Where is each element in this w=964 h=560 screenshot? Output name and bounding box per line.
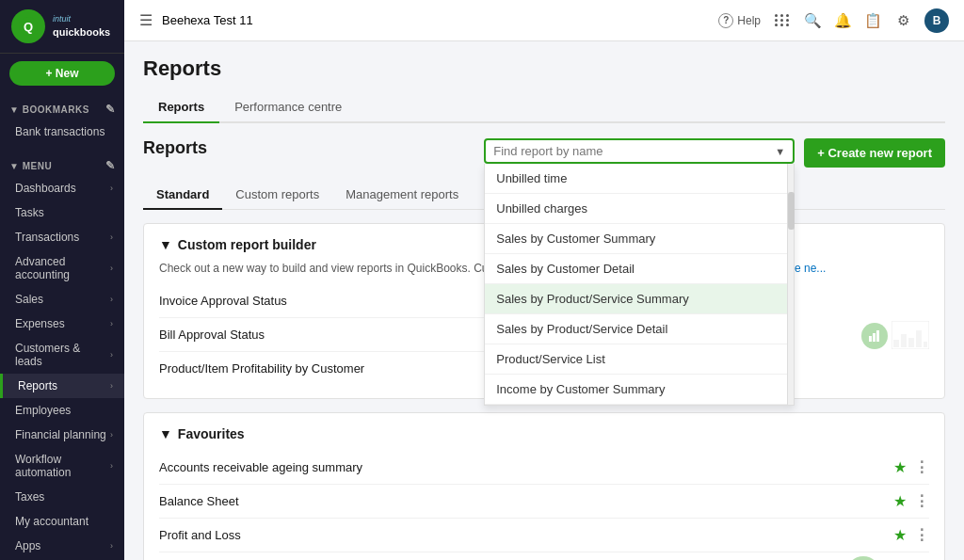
dropdown-item[interactable]: Sales by Customer Summary	[485, 224, 794, 254]
topbar-right: ? Help 🔍 🔔 📋 ⚙ B	[718, 8, 949, 33]
search-container: ▼ Unbilled time Unbilled charges Sales b…	[484, 138, 795, 164]
new-button[interactable]: + New	[9, 61, 115, 86]
sidebar-item-apps[interactable]: Apps ›	[0, 534, 124, 558]
sidebar-item-tasks[interactable]: Tasks	[0, 200, 124, 225]
more-options-icon[interactable]: ⋮	[914, 458, 929, 476]
favourites-label: Favourites	[178, 426, 245, 441]
report-tab-custom[interactable]: Custom reports	[222, 181, 332, 210]
tab-reports[interactable]: Reports	[143, 92, 219, 123]
chevron-icon: ›	[110, 295, 113, 304]
collapse-icon: ▼	[159, 426, 172, 441]
dropdown-arrow-icon[interactable]: ▼	[775, 146, 785, 157]
create-new-report-button[interactable]: + Create new report	[804, 138, 945, 168]
transactions-label: Transactions	[15, 231, 79, 244]
sidebar-item-expenses[interactable]: Expenses ›	[0, 312, 124, 336]
search-input[interactable]	[493, 144, 775, 158]
dropdown-item[interactable]: Product/Service List	[485, 344, 794, 375]
notification-bell-icon[interactable]: 🔔	[834, 12, 851, 29]
advanced-accounting-label: Advanced accounting	[15, 255, 110, 281]
sales-label: Sales	[15, 293, 43, 306]
dropdown-item[interactable]: Income by Customer Summary	[485, 375, 794, 405]
dashboards-label: Dashboards	[15, 182, 76, 195]
sidebar-item-customers-leads[interactable]: Customers & leads ›	[0, 336, 124, 374]
sidebar-item-workflow-automation[interactable]: Workflow automation ›	[0, 447, 124, 485]
star-icon[interactable]: ★	[893, 458, 907, 476]
sidebar-section-menu: ▼ MENU ✎ Dashboards › Tasks Transactions…	[0, 150, 124, 560]
apps-grid-icon[interactable]	[774, 12, 791, 29]
report-item-label: Product/Item Profitability by Customer	[159, 361, 364, 376]
reports-heading: Reports	[143, 138, 207, 158]
dropdown-item[interactable]: Sales by Customer Detail	[485, 254, 794, 284]
sidebar-item-employees[interactable]: Employees	[0, 398, 124, 423]
report-item-label: Bill Approval Status	[159, 328, 265, 342]
sidebar-item-advanced-accounting[interactable]: Advanced accounting ›	[0, 249, 124, 287]
report-item-actions: ★ ⋮	[893, 526, 929, 544]
sidebar-item-taxes[interactable]: Taxes	[0, 485, 124, 509]
brand-name: intuit quickbooks	[53, 14, 110, 39]
custom-report-builder-label: Custom report builder	[178, 237, 316, 252]
bank-transactions-label: Bank transactions	[15, 125, 104, 138]
svg-text:Q: Q	[24, 20, 33, 34]
dropdown-item[interactable]: Unbilled time	[485, 164, 794, 194]
quickbooks-logo: Q	[11, 9, 45, 43]
search-dropdown: Unbilled time Unbilled charges Sales by …	[484, 164, 795, 406]
collapse-icon: ▼	[159, 237, 172, 252]
chevron-icon: ›	[110, 232, 113, 242]
star-icon[interactable]: ★	[893, 526, 907, 544]
chevron-icon: ›	[110, 184, 113, 193]
menu-header[interactable]: ▼ MENU ✎	[0, 155, 124, 176]
hamburger-icon[interactable]: ☰	[139, 11, 153, 29]
menu-edit-icon[interactable]: ✎	[105, 159, 116, 172]
sidebar-header: Q intuit quickbooks	[0, 0, 124, 54]
report-list-item: Invoice Approval Status ⋮	[159, 284, 535, 318]
svg-rect-3	[869, 336, 872, 342]
favourites-title[interactable]: ▼ Favourites	[159, 426, 929, 441]
more-options-icon[interactable]: ⋮	[914, 492, 929, 510]
help-button[interactable]: ? Help	[718, 13, 761, 28]
bookmarks-edit-icon[interactable]: ✎	[105, 103, 116, 116]
report-item-label: Balance Sheet	[159, 494, 239, 508]
chevron-icon: ›	[110, 461, 113, 471]
report-list-item: Bill Approval Status ⋮	[159, 318, 535, 352]
report-tab-management[interactable]: Management reports	[332, 181, 472, 210]
tab-performance-centre[interactable]: Performance centre	[219, 92, 357, 123]
more-options-icon[interactable]: ⋮	[914, 526, 929, 544]
topbar: ☰ Beehexa Test 11 ? Help 🔍 🔔 📋 ⚙ B	[124, 0, 964, 41]
chevron-icon: ›	[110, 264, 113, 273]
page-content: Reports Reports Performance centre Repor…	[124, 41, 964, 560]
svg-rect-5	[876, 330, 879, 342]
report-item-label: Profit and Loss	[159, 528, 241, 542]
svg-rect-10	[916, 330, 922, 347]
chevron-icon: ›	[110, 541, 113, 551]
bookmarks-header[interactable]: ▼ BOOKMARKS ✎	[0, 99, 124, 120]
chevron-icon: ›	[110, 430, 113, 440]
sidebar-item-financial-planning[interactable]: Financial planning ›	[0, 423, 124, 447]
dropdown-item-highlighted[interactable]: Sales by Product/Service Summary	[485, 284, 794, 314]
star-icon[interactable]: ★	[893, 492, 907, 510]
chevron-icon: ›	[110, 319, 113, 328]
sidebar-item-dashboards[interactable]: Dashboards ›	[0, 176, 124, 200]
dropdown-item[interactable]: Unbilled charges	[485, 194, 794, 224]
svg-rect-7	[893, 340, 899, 347]
workflow-automation-label: Workflow automation	[15, 453, 110, 479]
star-deco-icon: ★	[846, 556, 880, 560]
report-item-actions: ★ ⋮	[893, 492, 929, 510]
sidebar-item-reports[interactable]: Reports ›	[0, 374, 124, 398]
financial-planning-label: Financial planning	[15, 428, 106, 441]
search-icon[interactable]: 🔍	[804, 12, 821, 29]
avatar[interactable]: B	[924, 8, 949, 33]
dropdown-scrollbar[interactable]	[787, 164, 794, 405]
gear-icon[interactable]: ⚙	[894, 12, 911, 29]
bookmarks-icon[interactable]: 📋	[864, 12, 881, 29]
sidebar-item-my-accountant[interactable]: My accountant	[0, 509, 124, 534]
svg-rect-9	[908, 338, 914, 347]
dropdown-item[interactable]: Sales by Product/Service Detail	[485, 314, 794, 344]
sidebar-item-bank-transactions[interactable]: Bank transactions	[0, 120, 124, 144]
svg-rect-8	[901, 334, 907, 347]
report-tab-standard[interactable]: Standard	[143, 181, 222, 210]
sidebar-item-sales[interactable]: Sales ›	[0, 287, 124, 312]
report-item-actions: ★ ⋮	[893, 458, 929, 476]
bookmarks-label: ▼ BOOKMARKS	[9, 104, 89, 115]
svg-rect-4	[873, 333, 876, 342]
sidebar-item-transactions[interactable]: Transactions ›	[0, 225, 124, 249]
